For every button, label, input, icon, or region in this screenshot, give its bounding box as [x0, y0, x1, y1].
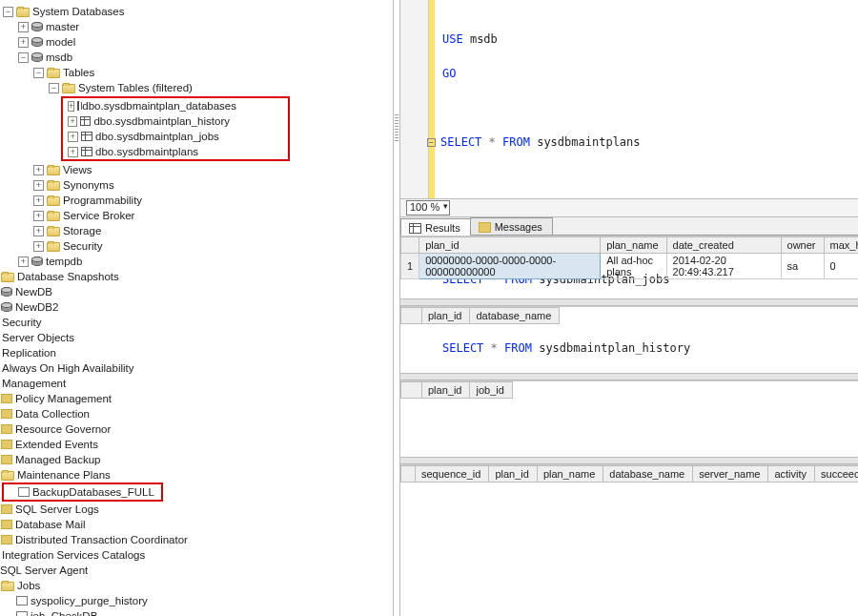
- result-grid-1[interactable]: plan_id plan_name date_created owner max…: [400, 236, 858, 298]
- tree-synonyms[interactable]: +Synonyms: [32, 177, 391, 193]
- expand-icon[interactable]: +: [18, 37, 29, 48]
- outline-collapse-icon[interactable]: −: [427, 138, 436, 147]
- result-grid-3[interactable]: plan_id job_id: [400, 380, 858, 457]
- tree-table-item[interactable]: +dbo.sysdbmaintplans: [67, 144, 231, 159]
- object-explorer[interactable]: −System Databases +master +model −msdb −…: [0, 0, 393, 616]
- tree-managed-backup[interactable]: +Managed Backup: [0, 452, 391, 467]
- grid-splitter[interactable]: [400, 457, 858, 464]
- tree-service-broker[interactable]: +Service Broker: [32, 208, 391, 223]
- tab-messages[interactable]: Messages: [470, 217, 553, 235]
- expand-icon[interactable]: +: [68, 147, 78, 157]
- col-header[interactable]: max_hi: [824, 237, 858, 254]
- tree-job-item[interactable]: job_CheckDB: [2, 608, 391, 616]
- tree-isc[interactable]: +Integration Services Catalogs: [0, 547, 391, 563]
- expand-icon[interactable]: +: [33, 195, 44, 206]
- tree-table-item[interactable]: +dbo.sysdbmaintplan_jobs: [67, 129, 231, 144]
- result-grid-2[interactable]: plan_id database_name: [400, 306, 858, 373]
- tree-maintenance-plans[interactable]: −Maintenance Plans: [0, 467, 391, 483]
- dtc-icon: [1, 535, 12, 544]
- database-icon: [1, 302, 12, 312]
- tree-tables[interactable]: −Tables: [32, 65, 391, 80]
- tree-aoha[interactable]: +Always On High Availability: [0, 360, 391, 376]
- grid-splitter[interactable]: [400, 298, 858, 306]
- highlight-box-tables: +dbo.sysdbmaintplan_databases +dbo.sysdb…: [61, 96, 290, 161]
- tree-database-mail[interactable]: Database Mail: [0, 517, 391, 532]
- col-header[interactable]: job_id: [470, 382, 512, 399]
- col-header[interactable]: plan_id: [422, 308, 470, 324]
- col-header[interactable]: activity: [768, 466, 815, 483]
- col-header[interactable]: plan_id: [419, 237, 601, 254]
- expand-icon[interactable]: +: [18, 257, 29, 267]
- col-header[interactable]: plan_id: [489, 466, 537, 483]
- col-header[interactable]: plan_name: [601, 237, 666, 254]
- tree-sql-agent[interactable]: −SQL Server Agent: [0, 563, 391, 578]
- tree-jobs[interactable]: −Jobs: [0, 578, 391, 593]
- collapse-icon[interactable]: −: [18, 52, 29, 63]
- expand-icon[interactable]: +: [18, 22, 29, 32]
- tab-results[interactable]: Results: [400, 218, 471, 236]
- rownum-header: [401, 237, 419, 254]
- zoom-combo[interactable]: 100 %: [406, 200, 450, 216]
- tree-replication[interactable]: +Replication: [0, 345, 391, 360]
- expand-icon[interactable]: +: [68, 116, 77, 127]
- tree-dtc[interactable]: Distributed Transaction Coordinator: [0, 532, 391, 547]
- tree-resource-governor[interactable]: +Resource Governor: [0, 421, 391, 437]
- collapse-icon[interactable]: −: [49, 83, 59, 93]
- tree-server-objects[interactable]: +Server Objects: [0, 330, 391, 345]
- tree-system-databases[interactable]: −System Databases: [2, 4, 391, 19]
- code-area[interactable]: USE msdb GO −SELECT * FROM sysdbmaintpla…: [435, 0, 858, 198]
- grid-splitter[interactable]: [400, 373, 858, 380]
- tree-security[interactable]: +Security: [32, 238, 391, 254]
- expand-icon[interactable]: +: [33, 211, 44, 221]
- tree-management[interactable]: −Management: [0, 376, 391, 391]
- col-header[interactable]: database_name: [603, 466, 693, 483]
- tree-top-security[interactable]: +Security: [0, 315, 391, 330]
- col-header[interactable]: server_name: [693, 466, 768, 483]
- col-header[interactable]: plan_name: [537, 466, 603, 483]
- sql-editor[interactable]: USE msdb GO −SELECT * FROM sysdbmaintpla…: [400, 0, 858, 198]
- collapse-icon[interactable]: −: [3, 7, 13, 17]
- tree-sql-logs[interactable]: +SQL Server Logs: [0, 502, 391, 517]
- col-header[interactable]: database_name: [470, 308, 560, 324]
- tree-policy[interactable]: +Policy Management: [0, 391, 391, 406]
- splitter[interactable]: [393, 0, 400, 616]
- expand-icon[interactable]: +: [33, 180, 44, 191]
- tree-master[interactable]: +master: [17, 19, 391, 34]
- result-grid-4[interactable]: sequence_id plan_id plan_name database_n…: [400, 464, 858, 502]
- tree-db-snapshots[interactable]: +Database Snapshots: [0, 269, 391, 284]
- col-header[interactable]: sequence_id: [416, 466, 489, 483]
- tree-system-tables[interactable]: −System Tables (filtered): [48, 80, 391, 95]
- highlight-box-plan: BackupDatabases_FULL: [2, 483, 163, 502]
- grid-icon: [409, 223, 421, 234]
- managed-backup-icon: [1, 455, 12, 464]
- expand-icon[interactable]: +: [68, 101, 74, 112]
- col-header[interactable]: owner: [781, 237, 824, 254]
- folder-icon: [47, 242, 60, 252]
- database-icon: [31, 52, 43, 62]
- tree-storage[interactable]: +Storage: [32, 223, 391, 238]
- expand-icon[interactable]: +: [33, 165, 44, 175]
- collapse-icon[interactable]: −: [33, 68, 44, 78]
- tree-table-item[interactable]: +dbo.sysdbmaintplan_history: [67, 113, 231, 129]
- tree-model[interactable]: +model: [17, 34, 391, 50]
- expand-icon[interactable]: +: [33, 241, 44, 252]
- cell-plan-id[interactable]: 00000000-0000-0000-0000-000000000000: [419, 254, 601, 279]
- expand-icon[interactable]: +: [33, 226, 44, 236]
- table-row[interactable]: 1 00000000-0000-0000-0000-000000000000 A…: [401, 254, 859, 279]
- tree-backup-plan[interactable]: BackupDatabases_FULL: [4, 484, 155, 500]
- tree-newdb[interactable]: +NewDB: [0, 284, 391, 299]
- tree-views[interactable]: +Views: [32, 162, 391, 177]
- tree-newdb2[interactable]: +NewDB2: [0, 299, 391, 315]
- expand-icon[interactable]: +: [68, 132, 78, 142]
- col-header[interactable]: date_created: [666, 237, 781, 254]
- tree-msdb[interactable]: −msdb: [17, 50, 391, 65]
- tree-table-item[interactable]: +dbo.sysdbmaintplan_databases: [67, 98, 231, 113]
- tree-programmability[interactable]: +Programmability: [32, 193, 391, 208]
- tree-data-collection[interactable]: +Data Collection: [0, 406, 391, 421]
- col-header[interactable]: succeeded: [815, 466, 858, 483]
- col-header[interactable]: plan_id: [422, 382, 470, 399]
- tree-extended-events[interactable]: +Extended Events: [0, 437, 391, 452]
- resource-governor-icon: [1, 424, 12, 434]
- tree-tempdb[interactable]: +tempdb: [17, 254, 391, 269]
- tree-job-item[interactable]: syspolicy_purge_history: [2, 593, 391, 608]
